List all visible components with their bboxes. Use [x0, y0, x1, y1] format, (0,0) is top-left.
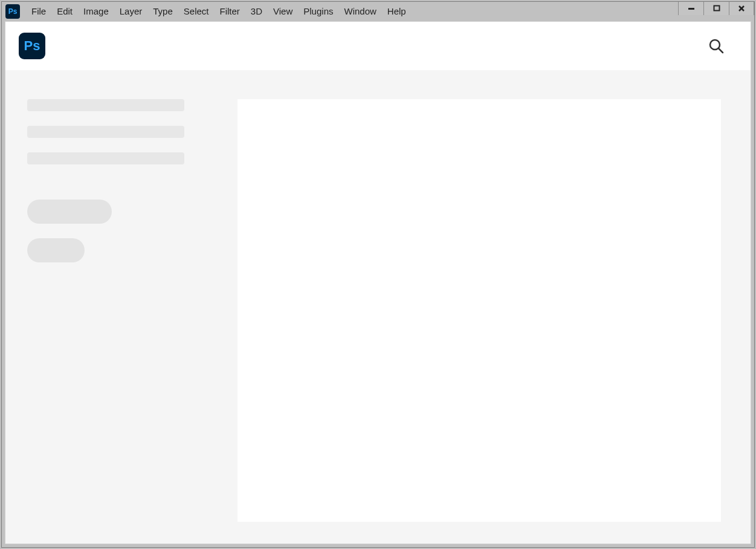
- menu-window[interactable]: Window: [338, 2, 381, 21]
- photoshop-logo-text: Ps: [24, 38, 40, 54]
- application-window: Ps File Edit Image Layer Type Select Fil…: [1, 1, 755, 548]
- minimize-icon: [688, 5, 695, 12]
- home-screen: Ps: [5, 21, 751, 544]
- home-body: [5, 70, 751, 544]
- menu-select[interactable]: Select: [178, 2, 215, 21]
- home-main-panel: [237, 99, 721, 522]
- menu-plugins[interactable]: Plugins: [298, 2, 338, 21]
- menu-help[interactable]: Help: [382, 2, 412, 21]
- svg-rect-1: [714, 6, 719, 11]
- app-icon-text: Ps: [8, 7, 18, 16]
- search-button[interactable]: [707, 37, 725, 55]
- svg-line-5: [719, 48, 723, 53]
- maximize-icon: [713, 5, 720, 12]
- menu-image[interactable]: Image: [78, 2, 114, 21]
- sidebar-skeleton-line: [27, 126, 184, 138]
- menu-3d[interactable]: 3D: [245, 2, 268, 21]
- menu-items: File Edit Image Layer Type Select Filter…: [26, 2, 412, 21]
- home-sidebar: [27, 99, 208, 522]
- menu-filter[interactable]: Filter: [215, 2, 245, 21]
- search-icon: [708, 38, 724, 54]
- svg-rect-0: [688, 8, 694, 10]
- sidebar-skeleton-button: [27, 238, 85, 262]
- maximize-button[interactable]: [703, 2, 729, 15]
- sidebar-skeleton-line: [27, 152, 184, 164]
- photoshop-logo-icon: Ps: [19, 33, 45, 59]
- close-icon: [738, 5, 745, 12]
- app-icon: Ps: [5, 4, 20, 19]
- window-controls: [678, 2, 754, 15]
- close-button[interactable]: [729, 2, 754, 15]
- menu-view[interactable]: View: [268, 2, 298, 21]
- menu-type[interactable]: Type: [147, 2, 178, 21]
- sidebar-skeleton-line: [27, 99, 184, 111]
- minimize-button[interactable]: [678, 2, 703, 15]
- menu-bar: Ps File Edit Image Layer Type Select Fil…: [2, 2, 754, 21]
- menu-file[interactable]: File: [26, 2, 51, 21]
- menu-layer[interactable]: Layer: [114, 2, 148, 21]
- menu-edit[interactable]: Edit: [51, 2, 78, 21]
- home-header: Ps: [5, 22, 751, 70]
- sidebar-skeleton-button: [27, 200, 112, 224]
